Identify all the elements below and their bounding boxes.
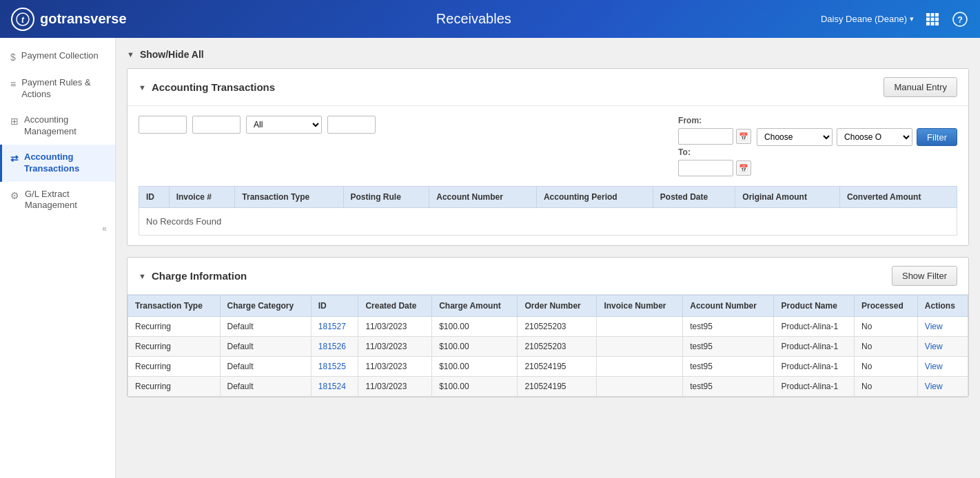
sidebar-item-label: Accounting Management — [24, 114, 107, 138]
col-posting-rule: Posting Rule — [343, 187, 429, 208]
svg-rect-6 — [931, 17, 935, 21]
show-filter-button[interactable]: Show Filter — [892, 266, 957, 286]
cell-charge-amount: $100.00 — [432, 337, 518, 357]
cell-actions: View — [917, 317, 968, 337]
choose1-select[interactable]: Choose — [757, 128, 833, 146]
cell-id: 181524 — [311, 377, 358, 397]
table-row: Recurring Default 181524 11/03/2023 $100… — [128, 377, 968, 397]
grid-icon: ⊞ — [10, 115, 19, 127]
help-icon[interactable]: ? — [951, 10, 969, 28]
cell-account-number: test95 — [683, 357, 774, 377]
charge-information-body: Transaction Type Charge Category ID Crea… — [127, 295, 968, 397]
charge-information-card: ▼ Charge Information Show Filter Transac… — [127, 257, 969, 397]
filter-button[interactable]: Filter — [917, 128, 957, 146]
svg-rect-2 — [926, 13, 930, 17]
id-link[interactable]: 181525 — [318, 362, 346, 371]
svg-rect-3 — [931, 13, 935, 17]
cell-charge-amount: $100.00 — [432, 317, 518, 337]
charge-information-triangle: ▼ — [139, 272, 146, 280]
svg-rect-7 — [935, 17, 939, 21]
cell-processed: No — [855, 377, 918, 397]
from-date-input[interactable] — [678, 128, 733, 145]
manual-entry-button[interactable]: Manual Entry — [884, 77, 957, 97]
svg-rect-5 — [926, 17, 930, 21]
svg-rect-8 — [926, 22, 930, 25]
col-created-date: Created Date — [358, 295, 432, 317]
sidebar-item-accounting-transactions[interactable]: ⇄ Accounting Transactions — [0, 145, 115, 182]
logo-text: gotransverse — [40, 11, 127, 27]
table-row: Recurring Default 181525 11/03/2023 $100… — [128, 357, 968, 377]
logo-icon: t — [11, 8, 34, 31]
cell-actions: View — [917, 357, 968, 377]
col-processed: Processed — [855, 295, 918, 317]
accounting-transactions-body: All Option1 From: 📅 To: — [127, 106, 968, 245]
cell-transaction-type: Recurring — [128, 337, 221, 357]
cell-product-name: Product-Alina-1 — [774, 357, 855, 377]
col-product-name: Product Name — [774, 295, 855, 317]
charge-table-header-row: Transaction Type Charge Category ID Crea… — [128, 295, 968, 317]
cell-invoice-number — [597, 337, 683, 357]
apps-icon[interactable] — [923, 10, 941, 28]
accounting-transactions-title-text: Accounting Transactions — [152, 81, 275, 93]
sidebar-item-payment-collection[interactable]: $ Payment Collection — [0, 43, 115, 70]
col-invoice-number: Invoice Number — [597, 295, 683, 317]
table-row: Recurring Default 181527 11/03/2023 $100… — [128, 317, 968, 337]
view-link[interactable]: View — [925, 342, 943, 351]
to-date-input[interactable] — [678, 160, 733, 176]
user-menu[interactable]: Daisy Deane (Deane) ▾ — [821, 14, 914, 24]
header: t gotransverse Receivables Daisy Deane (… — [0, 0, 980, 38]
col-converted-amount: Converted Amount — [839, 187, 957, 208]
sidebar-item-gl-extract-management[interactable]: ⚙ G/L Extract Management — [0, 182, 115, 219]
id-link[interactable]: 181524 — [318, 382, 346, 391]
accounting-transactions-triangle: ▼ — [139, 83, 146, 92]
to-calendar-icon[interactable]: 📅 — [736, 160, 751, 176]
col-account-number: Account Number — [683, 295, 774, 317]
choose2-select[interactable]: Choose O — [837, 128, 912, 146]
from-label: From: — [678, 116, 751, 125]
sidebar-item-label: Payment Collection — [21, 50, 99, 62]
cell-order-number: 210525203 — [518, 337, 597, 357]
id-link[interactable]: 181527 — [318, 322, 346, 331]
list-icon: ≡ — [10, 78, 16, 90]
view-link[interactable]: View — [925, 362, 943, 371]
main-content: ▼ Show/Hide All ▼ Accounting Transaction… — [116, 38, 980, 478]
view-link[interactable]: View — [925, 322, 943, 331]
sidebar-item-accounting-management[interactable]: ⊞ Accounting Management — [0, 107, 115, 145]
logo: t gotransverse — [11, 8, 127, 31]
id-link[interactable]: 181526 — [318, 342, 346, 351]
cell-created-date: 11/03/2023 — [358, 357, 432, 377]
sidebar-item-label: G/L Extract Management — [25, 189, 107, 212]
filter-account-input[interactable] — [327, 116, 376, 134]
col-invoice: Invoice # — [169, 187, 235, 208]
accounting-transactions-table: ID Invoice # Transaction Type Posting Ru… — [139, 186, 957, 208]
to-date-row: 📅 — [678, 160, 751, 176]
sidebar-item-label: Payment Rules & Actions — [21, 77, 107, 101]
cell-charge-category: Default — [220, 337, 311, 357]
transfer-icon: ⇄ — [10, 152, 19, 165]
cell-order-number: 210524195 — [518, 357, 597, 377]
from-date-row: 📅 — [678, 128, 751, 145]
from-calendar-icon[interactable]: 📅 — [736, 129, 751, 144]
sidebar: $ Payment Collection ≡ Payment Rules & A… — [0, 38, 116, 478]
svg-text:?: ? — [957, 14, 963, 25]
sidebar-item-payment-rules-actions[interactable]: ≡ Payment Rules & Actions — [0, 70, 115, 107]
filter-id-input[interactable] — [139, 116, 187, 134]
cell-created-date: 11/03/2023 — [358, 337, 432, 357]
cell-charge-amount: $100.00 — [432, 377, 518, 397]
show-hide-all-bar[interactable]: ▼ Show/Hide All — [127, 49, 969, 60]
svg-rect-9 — [931, 22, 935, 25]
filter-invoice-input[interactable] — [192, 116, 241, 134]
no-records-message: No Records Found — [139, 208, 957, 236]
cell-charge-category: Default — [220, 357, 311, 377]
sidebar-collapse-button[interactable]: « — [0, 218, 115, 239]
cell-charge-amount: $100.00 — [432, 357, 518, 377]
col-account-number: Account Number — [429, 187, 537, 208]
charge-information-title: ▼ Charge Information — [139, 270, 247, 282]
filter-type-select[interactable]: All Option1 — [246, 116, 322, 134]
cell-id: 181525 — [311, 357, 358, 377]
col-id: ID — [311, 295, 358, 317]
filter-row: All Option1 From: 📅 To: — [139, 116, 957, 176]
view-link[interactable]: View — [925, 382, 943, 391]
cell-account-number: test95 — [683, 317, 774, 337]
cell-transaction-type: Recurring — [128, 357, 221, 377]
